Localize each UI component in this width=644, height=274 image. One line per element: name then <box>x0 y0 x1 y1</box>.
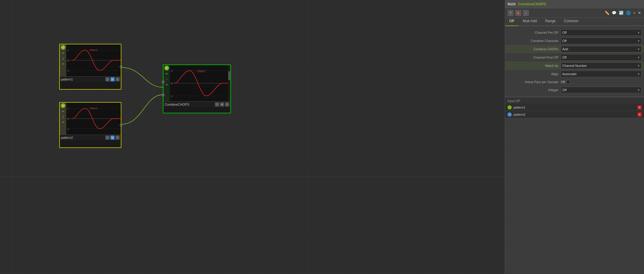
node-combine-input-port2[interactable] <box>162 94 164 96</box>
comment-icon[interactable]: 💬 <box>611 10 617 16</box>
param-value-interp-pars: Off <box>561 80 565 84</box>
node-combine-input-port1[interactable] <box>162 81 164 83</box>
panel-title-op: CombineCHOPS <box>518 2 546 6</box>
tab-range[interactable]: Range <box>541 18 560 26</box>
node-pattern2-label: pattern2 <box>61 136 73 139</box>
node-combine-footer-icon2[interactable]: ● <box>220 102 224 107</box>
panel-toolbar-right: ✏️ 💬 ↩️ 🌐 + ✕ <box>604 10 642 16</box>
node-combine-preview: 2 0 -2 chan1 <box>170 65 230 101</box>
node-pattern2-curve: ∫ <box>61 115 65 119</box>
node-combine-pencil: ✏ <box>165 72 169 76</box>
node-pattern2-output-port[interactable] <box>120 124 122 126</box>
param-value-channel-pre-op: Off <box>562 31 566 34</box>
panel-titlebar: Math CombineCHOPS <box>505 0 644 8</box>
param-control-combine-chops[interactable]: Add ▼ <box>561 46 642 52</box>
param-label-integer: Integer <box>508 88 561 92</box>
node-pattern1-curve: ∫ <box>61 56 65 60</box>
node-pattern1-icon: ⊙ <box>61 45 65 50</box>
svg-text:chan1: chan1 <box>89 107 97 110</box>
param-value-channel-post-op: Off <box>562 56 566 59</box>
input-op-delete-pattern1[interactable]: ✕ <box>637 105 642 109</box>
param-value-integer: Off <box>562 88 566 92</box>
node-pattern2-footer-icon3[interactable]: + <box>115 136 120 140</box>
param-row-combine-channels: Combine Channels Off ▼ <box>505 37 644 45</box>
input-op-icon-pattern2 <box>508 112 512 117</box>
node-pattern2[interactable]: ⊙ ✏ ∫ ∞ 1 0 -1 chan1 pattern2 <box>59 102 121 148</box>
param-row-combine-chops: Combine CHOPs Add ▼ <box>505 45 644 53</box>
param-label-align: Align <box>508 72 561 76</box>
param-control-align[interactable]: Automatic ▼ <box>561 71 642 77</box>
input-op-name-pattern1: pattern1 <box>513 106 636 109</box>
node-pattern2-footer: pattern2 □ ● + <box>60 135 121 141</box>
param-control-integer[interactable]: Off ▼ <box>561 87 642 93</box>
dropdown-arrow-integer: ▼ <box>637 88 640 92</box>
svg-text:-2: -2 <box>171 95 173 98</box>
svg-rect-21 <box>228 65 230 101</box>
node-combine-link: ∞ <box>165 82 169 86</box>
dropdown-arrow-align: ▼ <box>637 72 640 76</box>
add-icon[interactable]: + <box>632 10 636 16</box>
param-row-channel-post-op: Channel Post OP Off ▼ <box>505 53 644 62</box>
param-row-match-by: Match by Channel Number ▼ <box>505 62 644 70</box>
param-label-match-by: Match by <box>508 64 561 67</box>
node-pattern1-footer-icon3[interactable]: + <box>115 77 120 81</box>
tab-mult-add[interactable]: Mult-Add <box>518 18 541 26</box>
input-op-name-pattern2: pattern2 <box>513 113 636 116</box>
svg-text:-1: -1 <box>67 69 69 72</box>
dropdown-arrow-channel-post-op: ▼ <box>637 56 640 59</box>
dropdown-arrow-combine-channels: ▼ <box>637 39 640 43</box>
param-control-combine-channels[interactable]: Off ▼ <box>561 38 642 44</box>
bookmark-button[interactable]: 🔖 <box>515 10 521 16</box>
globe-icon[interactable]: 🌐 <box>625 10 631 16</box>
svg-text:1: 1 <box>68 107 69 110</box>
svg-text:0: 0 <box>171 82 173 85</box>
node-combine-label: CombineCHOPS <box>165 103 189 106</box>
interp-pars-checkbox[interactable] <box>566 80 570 84</box>
node-combine-icon: ⊙ <box>164 66 169 70</box>
param-control-channel-post-op[interactable]: Off ▼ <box>561 54 642 61</box>
panel-content: Channel Pre OP Off ▼ Combine Channels Of… <box>505 26 644 274</box>
param-label-combine-channels: Combine Channels <box>508 39 561 43</box>
input-op-header: Input OP <box>505 98 644 104</box>
node-combine[interactable]: ⊙ ✏ → ∞ 2 0 -2 chan1 <box>163 65 231 113</box>
param-label-combine-chops: Combine CHOPs <box>508 47 561 51</box>
node-combine-footer-icon1[interactable]: □ <box>215 102 219 107</box>
node-pattern1-footer-icon2[interactable]: ● <box>110 77 115 81</box>
undo-icon[interactable]: ↩️ <box>618 10 624 16</box>
node-pattern2-footer-icon2[interactable]: ● <box>110 136 115 140</box>
param-control-match-by[interactable]: Channel Number ▼ <box>561 62 642 69</box>
dropdown-arrow-match-by: ▼ <box>637 64 640 67</box>
param-label-channel-post-op: Channel Post OP <box>508 56 561 59</box>
node-pattern1-sidebar: ⊙ ✏ ∫ ∞ <box>60 44 66 76</box>
canvas-area[interactable]: ⊙ ✏ ∫ ∞ 1 0 -1 chan1 <box>0 0 505 274</box>
info-button[interactable]: i <box>523 10 529 16</box>
node-pattern2-footer-icon1[interactable]: □ <box>105 136 110 140</box>
input-op-row-pattern1: pattern1 ✕ <box>505 104 644 111</box>
svg-text:1: 1 <box>68 49 69 52</box>
svg-text:0: 0 <box>68 117 69 120</box>
node-pattern1[interactable]: ⊙ ✏ ∫ ∞ 1 0 -1 chan1 <box>59 44 121 90</box>
param-row-align: Align Automatic ▼ <box>505 70 644 78</box>
panel-title-math: Math <box>508 2 516 6</box>
param-row-interp-pars: Interp Pars per Sample Off <box>505 78 644 86</box>
panel-tabs: OP Mult-Add Range Common <box>505 18 644 26</box>
node-pattern1-preview: 1 0 -1 chan1 <box>66 44 121 76</box>
param-label-channel-pre-op: Channel Pre OP <box>508 31 561 34</box>
node-pattern2-preview: 1 0 -1 chan1 <box>66 103 121 135</box>
close-icon[interactable]: ✕ <box>637 10 642 16</box>
edit-icon[interactable]: ✏️ <box>604 10 610 16</box>
node-pattern1-pencil: ✏ <box>61 51 65 55</box>
node-pattern1-output-port[interactable] <box>120 66 122 68</box>
node-combine-footer: CombineCHOPS □ ● + <box>163 101 230 107</box>
node-pattern1-footer-icon1[interactable]: □ <box>105 77 110 81</box>
node-combine-footer-icon3[interactable]: + <box>225 102 229 107</box>
help-button[interactable]: ? <box>508 10 513 16</box>
input-op-delete-pattern2[interactable]: ✕ <box>637 112 642 117</box>
node-combine-arrow: → <box>165 77 169 81</box>
tab-op[interactable]: OP <box>505 18 518 26</box>
tab-common[interactable]: Common <box>560 18 583 26</box>
param-label-interp-pars: Interp Pars per Sample <box>508 80 561 84</box>
node-combine-sidebar: ⊙ ✏ → ∞ <box>163 65 170 101</box>
param-control-channel-pre-op[interactable]: Off ▼ <box>561 29 642 36</box>
input-op-section: Input OP pattern1 ✕ pattern2 ✕ <box>505 96 644 118</box>
